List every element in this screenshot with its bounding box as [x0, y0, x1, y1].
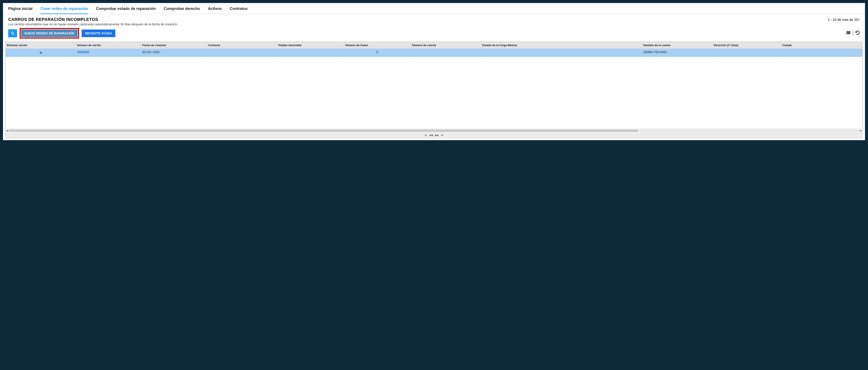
svg-rect-3 [848, 31, 849, 34]
horizontal-scrollbar[interactable]: ◀ ▶ [6, 129, 862, 132]
columns-svg-icon [846, 31, 851, 35]
top-tabs: Página inicial Crear orden de reparación… [3, 3, 865, 14]
cart-number-link[interactable]: XXXXXX [76, 49, 141, 57]
cell-account-name: ZEBRA TECHNO… [642, 49, 712, 57]
section-title: CARROS DE REPARACIÓN INCOMPLETOS [8, 17, 98, 22]
toolbar: NUEVO PEDIDO DE RAPARACIÓN NECESITO AYUD… [3, 28, 865, 41]
tab-home[interactable]: Página inicial [8, 5, 32, 14]
section-subtitle: Los carritos incompletos que no se hayan… [3, 22, 865, 28]
tab-check-repair-status[interactable]: Comprobar estado de reparación [96, 5, 156, 14]
refresh-icon[interactable] [855, 30, 860, 36]
search-button[interactable] [8, 29, 17, 37]
col-account-name[interactable]: Nombre de la cuenta [642, 42, 712, 49]
table-row[interactable]: ✕ XXXXXX 02-Oct.-2024 0 ZEBRA TECHNO… [6, 49, 862, 57]
cell-lines: 0 [344, 49, 411, 57]
col-lines[interactable]: Número de líneas [344, 42, 411, 49]
tab-check-entitlement[interactable]: Comprobar derecho [164, 5, 200, 14]
icon-separator [853, 31, 853, 36]
cell-bulk-status [481, 49, 642, 57]
col-delete-cart[interactable]: Eliminar carrito [6, 42, 76, 49]
col-contact[interactable]: Contacto [207, 42, 277, 49]
need-help-button[interactable]: NECESITO AYUDA [82, 30, 115, 37]
col-address[interactable]: Dirección (1ª línea) [712, 42, 781, 49]
col-created-date[interactable]: Fecha de creación [141, 42, 207, 49]
grid-header-row: Eliminar carrito Número de carrito Fecha… [6, 42, 862, 49]
scroll-track[interactable] [9, 130, 859, 132]
incomplete-carts-grid: Eliminar carrito Número de carrito Fecha… [5, 41, 863, 138]
scroll-thumb[interactable] [9, 130, 638, 132]
pager-prev-icon[interactable]: ◀◀ [429, 134, 433, 136]
app-window: Página inicial Crear orden de reparación… [3, 3, 865, 140]
svg-point-0 [11, 32, 13, 34]
refresh-svg-icon [855, 30, 860, 35]
pager-last-icon[interactable]: ⏭ [441, 134, 443, 136]
grid-empty-space [6, 57, 862, 129]
search-icon [11, 32, 14, 35]
svg-rect-2 [847, 31, 847, 34]
columns-icon[interactable] [846, 31, 851, 36]
cell-address [712, 49, 781, 57]
cell-city [781, 49, 837, 57]
scroll-left-icon[interactable]: ◀ [6, 129, 9, 132]
col-bulk-status[interactable]: Estado de la Carga Masiva [481, 42, 642, 49]
tab-contracts[interactable]: Contratos [230, 5, 248, 14]
col-city[interactable]: Ciudad [781, 42, 837, 49]
pager: ⏮ ◀◀ ▶▶ ⏭ [6, 132, 862, 138]
col-cart-number[interactable]: Número de carrito [76, 42, 141, 49]
cell-billable [277, 49, 344, 57]
new-repair-order-button[interactable]: NUEVO PEDIDO DE RAPARACIÓN [21, 30, 78, 37]
cell-contact [207, 49, 277, 57]
tab-create-repair-order[interactable]: Crear orden de reparación [40, 5, 88, 14]
tab-assets[interactable]: Activos [208, 5, 222, 14]
col-billable[interactable]: Pedido facturable [277, 42, 344, 49]
record-range: 1 - 10 de más de 10+ [828, 18, 860, 22]
pager-first-icon[interactable]: ⏮ [425, 134, 427, 136]
scroll-right-icon[interactable]: ▶ [859, 129, 862, 132]
delete-cart-icon[interactable]: ✕ [6, 49, 76, 57]
cell-account-no [411, 49, 481, 57]
pager-next-icon[interactable]: ▶▶ [435, 134, 439, 136]
col-account-no[interactable]: Número de cuenta [411, 42, 481, 49]
svg-line-1 [13, 34, 14, 35]
svg-rect-4 [849, 31, 850, 34]
cell-created-date: 02-Oct.-2024 [141, 49, 207, 57]
highlight-frame: NUEVO PEDIDO DE RAPARACIÓN [20, 28, 79, 38]
